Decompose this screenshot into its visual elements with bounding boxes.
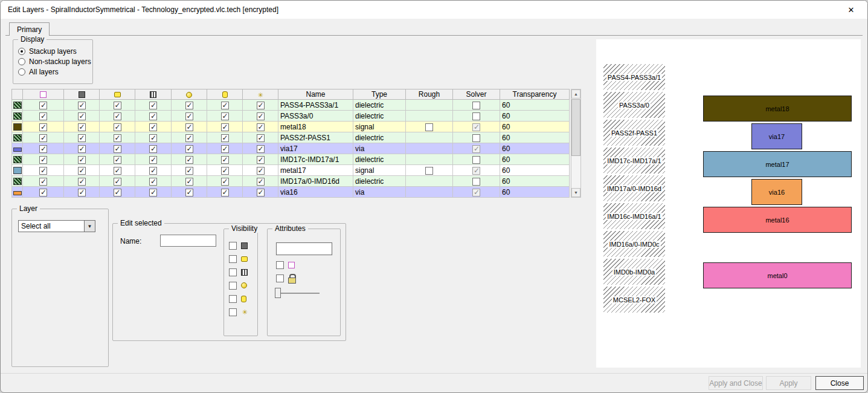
close-button[interactable]: Close <box>815 376 864 390</box>
table-row[interactable]: IMD17a/0-IMD16d dielectric 60 <box>12 176 570 187</box>
visibility-option[interactable] <box>229 294 246 303</box>
visibility-checkbox[interactable] <box>114 145 121 153</box>
table-row[interactable]: PASS2f-PASS1 dielectric 60 <box>12 132 570 143</box>
visibility-option-checkbox[interactable] <box>229 282 237 290</box>
attribute-option[interactable] <box>276 274 295 282</box>
visibility-checkbox[interactable] <box>78 102 86 109</box>
apply-and-close-button[interactable]: Apply and Close <box>709 376 763 390</box>
visibility-checkbox[interactable] <box>185 134 193 142</box>
visibility-checkbox[interactable] <box>185 189 193 197</box>
visibility-checkbox[interactable] <box>185 167 193 175</box>
visibility-option-checkbox[interactable] <box>229 295 237 303</box>
visibility-checkbox[interactable] <box>78 145 86 153</box>
visibility-checkbox[interactable] <box>39 167 47 175</box>
visibility-checkbox[interactable] <box>114 102 121 109</box>
visibility-checkbox[interactable] <box>221 123 229 131</box>
visibility-checkbox[interactable] <box>149 112 157 120</box>
visibility-checkbox[interactable] <box>114 189 121 197</box>
visibility-checkbox[interactable] <box>221 145 229 153</box>
label-icon[interactable] <box>100 89 135 100</box>
radio-stackup-layers[interactable]: Stackup layers <box>18 47 77 56</box>
visibility-checkbox[interactable] <box>114 134 121 142</box>
visibility-checkbox[interactable] <box>185 156 193 164</box>
visibility-checkbox[interactable] <box>149 189 157 197</box>
scroll-up-icon[interactable] <box>571 89 580 99</box>
column-header-transparency[interactable]: Transparency <box>500 89 570 100</box>
visibility-option-checkbox[interactable] <box>229 255 237 263</box>
fill-icon[interactable] <box>64 89 100 100</box>
visibility-checkbox[interactable] <box>39 189 47 197</box>
visibility-option-checkbox[interactable] <box>229 308 237 316</box>
visibility-checkbox[interactable] <box>149 145 157 153</box>
visibility-option-checkbox[interactable] <box>229 242 237 250</box>
visibility-checkbox[interactable] <box>221 156 229 164</box>
solver-checkbox[interactable] <box>472 156 480 164</box>
visibility-checkbox[interactable] <box>78 123 86 131</box>
column-header-solver[interactable]: Solver <box>453 89 500 100</box>
visibility-checkbox[interactable] <box>185 123 193 131</box>
visibility-checkbox[interactable] <box>257 167 265 175</box>
visibility-checkbox[interactable] <box>149 123 157 131</box>
visibility-option-checkbox[interactable] <box>229 268 237 276</box>
layer-select-dropdown[interactable]: Select all <box>18 220 95 232</box>
table-row[interactable]: via16 via 60 <box>12 187 570 198</box>
table-row[interactable]: IMD17c-IMD17a/1 dielectric 60 <box>12 154 570 165</box>
visibility-checkbox[interactable] <box>78 178 86 186</box>
visibility-checkbox[interactable] <box>149 156 157 164</box>
slider-thumb[interactable] <box>275 288 281 298</box>
visibility-checkbox[interactable] <box>39 156 47 164</box>
radio-non-stackup-layers[interactable]: Non-stackup layers <box>18 57 91 66</box>
radio-icon[interactable] <box>18 58 25 65</box>
visibility-checkbox[interactable] <box>221 189 229 197</box>
solver-checkbox[interactable] <box>472 112 480 120</box>
radio-icon[interactable] <box>18 48 25 55</box>
scroll-down-icon[interactable] <box>571 188 580 197</box>
visibility-checkbox[interactable] <box>185 178 193 186</box>
visibility-checkbox[interactable] <box>221 134 229 142</box>
column-header-name[interactable]: Name <box>278 89 353 100</box>
visibility-checkbox[interactable] <box>257 112 265 120</box>
visibility-checkbox[interactable] <box>185 145 193 153</box>
visibility-checkbox[interactable] <box>39 134 47 142</box>
solver-checkbox[interactable] <box>472 178 480 186</box>
attribute-checkbox[interactable] <box>276 261 284 269</box>
visibility-checkbox[interactable] <box>257 189 265 197</box>
visibility-option[interactable] <box>229 255 248 263</box>
table-row[interactable]: metal17 signal 60 <box>12 165 570 176</box>
visibility-checkbox[interactable] <box>39 178 47 186</box>
visibility-checkbox[interactable] <box>221 112 229 120</box>
visibility-checkbox[interactable] <box>185 102 193 109</box>
table-row[interactable]: via17 via 60 <box>12 143 570 154</box>
visibility-checkbox[interactable] <box>39 112 47 120</box>
solver-checkbox[interactable] <box>472 102 480 109</box>
chevron-down-icon[interactable] <box>84 221 95 232</box>
visibility-checkbox[interactable] <box>114 167 121 175</box>
sphere-icon[interactable] <box>172 89 207 100</box>
column-header-rough[interactable]: Rough <box>406 89 453 100</box>
table-scrollbar[interactable] <box>571 89 581 198</box>
visibility-checkbox[interactable] <box>257 134 265 142</box>
visibility-option[interactable] <box>229 241 248 250</box>
visibility-checkbox[interactable] <box>257 145 265 153</box>
color-picker-button[interactable] <box>276 242 332 255</box>
visibility-checkbox[interactable] <box>114 123 121 131</box>
visibility-checkbox[interactable] <box>114 178 121 186</box>
attribute-checkbox[interactable] <box>276 274 284 282</box>
name-input[interactable] <box>160 235 216 247</box>
visibility-checkbox[interactable] <box>78 167 86 175</box>
visibility-checkbox[interactable] <box>257 123 265 131</box>
visibility-checkbox[interactable] <box>78 112 86 120</box>
hatch-icon[interactable] <box>135 89 172 100</box>
rough-checkbox[interactable] <box>425 123 433 131</box>
visibility-checkbox[interactable] <box>221 178 229 186</box>
visibility-checkbox[interactable] <box>39 102 47 109</box>
rough-checkbox[interactable] <box>425 167 433 175</box>
visibility-checkbox[interactable] <box>149 167 157 175</box>
table-row[interactable]: PASS3a/0 dielectric 60 <box>12 111 570 122</box>
radio-icon[interactable] <box>18 68 25 76</box>
visibility-checkbox[interactable] <box>149 134 157 142</box>
visibility-checkbox[interactable] <box>114 112 121 120</box>
visibility-option[interactable] <box>229 281 247 290</box>
radio-all-layers[interactable]: All layers <box>18 68 59 76</box>
visibility-checkbox[interactable] <box>149 178 157 186</box>
